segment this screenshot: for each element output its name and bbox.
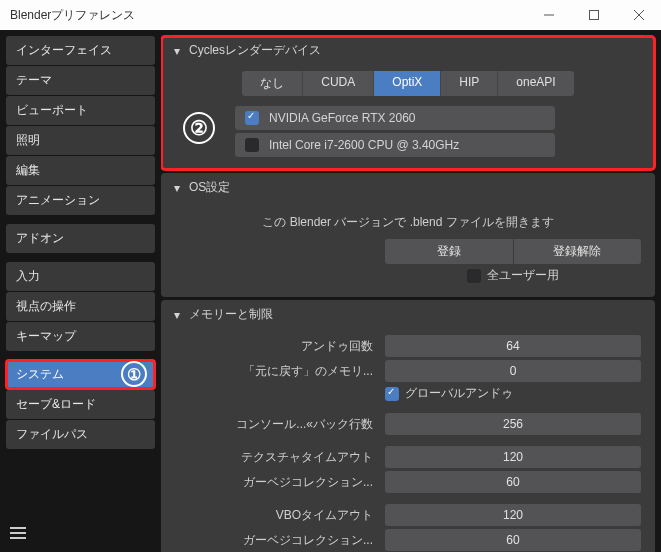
tex-timeout-label: テクスチャタイムアウト: [175, 449, 385, 466]
titlebar: Blenderプリファレンス: [0, 0, 661, 30]
all-users-checkbox[interactable]: [467, 269, 481, 283]
close-button[interactable]: [616, 0, 661, 30]
content-area: ② ▾ Cyclesレンダーデバイス なしCUDAOptiXHIPoneAPI …: [161, 30, 661, 552]
memory-panel: ▾ メモリーと制限 アンドゥ回数64 「元に戻す」のメモリ...0 グローバルア…: [161, 300, 655, 552]
os-panel-header[interactable]: ▾ OS設定: [161, 173, 655, 202]
sidebar-item-アドオン[interactable]: アドオン: [6, 224, 155, 253]
annotation-badge-1: ①: [121, 361, 147, 387]
undo-mem-field[interactable]: 0: [385, 360, 641, 382]
tab-oneAPI[interactable]: oneAPI: [498, 71, 573, 96]
sidebar: インターフェイステーマビューポート照明編集アニメーションアドオン入力視点の操作キ…: [0, 30, 161, 552]
memory-panel-header[interactable]: ▾ メモリーと制限: [161, 300, 655, 329]
device-row[interactable]: NVIDIA GeForce RTX 2060: [235, 106, 555, 130]
sidebar-item-キーマップ[interactable]: キーマップ: [6, 322, 155, 351]
tab-CUDA[interactable]: CUDA: [303, 71, 374, 96]
chevron-down-icon: ▾: [171, 181, 183, 195]
os-panel-title: OS設定: [189, 179, 230, 196]
cycles-panel-title: Cyclesレンダーデバイス: [189, 42, 321, 59]
device-checkbox[interactable]: [245, 111, 259, 125]
cycles-device-tabs: なしCUDAOptiXHIPoneAPI: [175, 71, 641, 96]
tab-OptiX[interactable]: OptiX: [374, 71, 441, 96]
all-users-label: 全ユーザー用: [487, 267, 559, 284]
svg-rect-1: [589, 11, 598, 20]
console-label: コンソール...«バック行数: [175, 416, 385, 433]
hamburger-menu-icon[interactable]: [10, 524, 26, 542]
sidebar-item-ファイルパス[interactable]: ファイルパス: [6, 420, 155, 449]
gc1-field[interactable]: 60: [385, 471, 641, 493]
device-label: NVIDIA GeForce RTX 2060: [269, 111, 416, 125]
gc1-label: ガーベジコレクション...: [175, 474, 385, 491]
undo-steps-field[interactable]: 64: [385, 335, 641, 357]
register-button[interactable]: 登録: [385, 239, 513, 264]
os-hint: この Blender バージョンで .blend ファイルを開きます: [175, 214, 641, 231]
sidebar-item-入力[interactable]: 入力: [6, 262, 155, 291]
tab-HIP[interactable]: HIP: [441, 71, 498, 96]
vbo-label: VBOタイムアウト: [175, 507, 385, 524]
device-checkbox[interactable]: [245, 138, 259, 152]
cycles-panel: ② ▾ Cyclesレンダーデバイス なしCUDAOptiXHIPoneAPI …: [161, 36, 655, 170]
unregister-button[interactable]: 登録解除: [514, 239, 642, 264]
console-field[interactable]: 256: [385, 413, 641, 435]
sidebar-item-テーマ[interactable]: テーマ: [6, 66, 155, 95]
sidebar-item-セーブ&ロード[interactable]: セーブ&ロード: [6, 390, 155, 419]
os-panel: ▾ OS設定 この Blender バージョンで .blend ファイルを開きま…: [161, 173, 655, 297]
sidebar-item-編集[interactable]: 編集: [6, 156, 155, 185]
tab-なし[interactable]: なし: [242, 71, 303, 96]
memory-panel-title: メモリーと制限: [189, 306, 273, 323]
vbo-field[interactable]: 120: [385, 504, 641, 526]
undo-steps-label: アンドゥ回数: [175, 338, 385, 355]
sidebar-item-視点の操作[interactable]: 視点の操作: [6, 292, 155, 321]
gc2-label: ガーベジコレクション...: [175, 532, 385, 549]
chevron-down-icon: ▾: [171, 44, 183, 58]
annotation-badge-2: ②: [183, 112, 215, 144]
device-row[interactable]: Intel Core i7-2600 CPU @ 3.40GHz: [235, 133, 555, 157]
global-undo-checkbox[interactable]: [385, 387, 399, 401]
minimize-button[interactable]: [526, 0, 571, 30]
sidebar-item-ビューポート[interactable]: ビューポート: [6, 96, 155, 125]
maximize-button[interactable]: [571, 0, 616, 30]
window-title: Blenderプリファレンス: [10, 7, 526, 24]
sidebar-item-インターフェイス[interactable]: インターフェイス: [6, 36, 155, 65]
global-undo-label: グローバルアンドゥ: [405, 385, 513, 402]
sidebar-item-システム[interactable]: システム①: [6, 360, 155, 389]
sidebar-item-アニメーション[interactable]: アニメーション: [6, 186, 155, 215]
undo-mem-label: 「元に戻す」のメモリ...: [175, 363, 385, 380]
gc2-field[interactable]: 60: [385, 529, 641, 551]
cycles-panel-header[interactable]: ▾ Cyclesレンダーデバイス: [161, 36, 655, 65]
chevron-down-icon: ▾: [171, 308, 183, 322]
tex-timeout-field[interactable]: 120: [385, 446, 641, 468]
device-label: Intel Core i7-2600 CPU @ 3.40GHz: [269, 138, 459, 152]
sidebar-item-照明[interactable]: 照明: [6, 126, 155, 155]
